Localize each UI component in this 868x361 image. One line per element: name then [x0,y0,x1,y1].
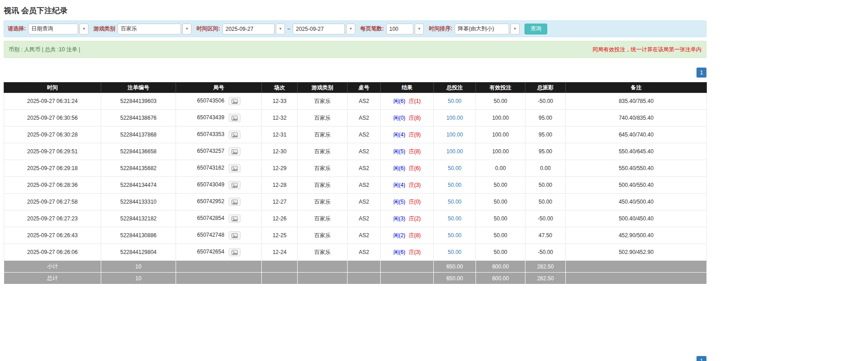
round-result-button[interactable] [229,164,240,172]
cell-note: 452.90/500.40 [566,227,707,244]
cell-game-type: 百家乐 [298,160,348,177]
sort-order-dropdown-button[interactable]: ▼ [510,24,520,34]
cell-total-bet: 50.00 [434,194,476,210]
total-bet-link[interactable]: 50.00 [448,182,461,188]
cell-payout: -50.00 [525,244,566,261]
query-type-input[interactable] [28,24,78,34]
cell-time: 2025-09-27 06:31:24 [4,93,101,110]
game-type-dropdown-button[interactable]: ▼ [182,24,191,34]
table-row: 2025-09-27 06:28:36 522844134474 6507430… [4,177,707,194]
table-row: 2025-09-27 06:27:23 522844132182 6507428… [4,210,707,227]
sort-order-combo: ▼ [455,24,520,34]
col-bet-id: 注单编号 [101,83,176,93]
cell-table: AS2 [348,110,381,127]
cell-game-type: 百家乐 [298,143,348,160]
page-1-button[interactable]: 1 [696,68,706,78]
cell-table: AS2 [348,227,381,244]
cell-time: 2025-09-27 06:29:51 [4,143,101,160]
cell-payout: 50.00 [525,194,566,210]
chevron-down-icon: ▼ [513,27,517,31]
cell-bet-id: 522844137868 [101,127,176,143]
round-result-button[interactable] [229,147,240,156]
cell-session: 12-33 [262,93,298,110]
date-to-input[interactable] [293,24,345,34]
total-bet-link[interactable]: 50.00 [448,165,461,171]
date-from-input[interactable] [222,24,275,34]
total-bet-link[interactable]: 100.00 [446,148,463,155]
round-result-button[interactable] [229,97,240,105]
round-result-button[interactable] [229,181,240,189]
total-bet-link[interactable]: 50.00 [448,98,461,104]
round-number: 650742952 [197,198,224,205]
total-bet-link[interactable]: 100.00 [446,132,463,138]
search-button[interactable]: 查询 [525,24,547,34]
sort-order-input[interactable] [455,24,509,34]
cell-game-type: 百家乐 [298,194,348,210]
date-to-dropdown-button[interactable]: ▼ [346,24,355,34]
game-type-input[interactable] [118,24,181,34]
cell-bet-id: 522844135682 [101,160,176,177]
table-body: 2025-09-27 06:31:24 522844139603 6507435… [4,93,707,261]
result-player: 闲(0) [393,115,406,121]
result-banker: 庄(6) [409,165,421,171]
cell-payout: 95.00 [525,127,566,143]
round-result-button[interactable] [229,131,240,139]
table-footer: 小计 10 650.00 600.00 282.50 总计 10 [4,261,707,284]
chevron-down-icon: ▼ [417,27,421,31]
page-size-label: 每页笔数: [360,25,384,33]
date-from-combo: ▼ [222,24,285,34]
cell-result: 闲(6) 庄(3) [381,244,434,261]
date-from-dropdown-button[interactable]: ▼ [276,24,285,34]
cell-table: AS2 [348,210,381,227]
total-bet-link[interactable]: 50.00 [448,199,461,205]
cell-total-bet: 50.00 [434,244,476,261]
empty-cell [298,273,348,284]
cell-time: 2025-09-27 06:28:36 [4,177,101,194]
cell-payout: -50.00 [525,210,566,227]
image-icon [231,132,238,137]
round-result-button[interactable] [229,114,240,122]
round-result-button[interactable] [229,215,240,223]
empty-cell [176,261,262,273]
col-game-type: 游戏类别 [298,83,348,93]
page-1-button[interactable]: 1 [696,356,706,361]
col-table: 桌号 [348,83,381,93]
cell-session: 12-24 [262,244,298,261]
valid-bet-note: 同局有效投注，统一计算在该局第一张注单内 [593,46,701,54]
bets-table: 时间 注单编号 局号 场次 游戏类别 桌号 结果 总投注 有效投注 总派彩 备注… [4,82,707,284]
cell-round: 650743506 [176,93,262,110]
cell-table: AS2 [348,244,381,261]
subtotal-total-bet: 650.00 [434,261,476,273]
col-round: 局号 [176,83,262,93]
cell-result: 闲(6) 庄(6) [381,160,434,177]
table-row: 2025-09-27 06:31:24 522844139603 6507435… [4,93,707,110]
empty-cell [348,273,381,284]
chevron-down-icon: ▼ [349,27,353,31]
round-number: 650742854 [197,215,224,221]
result-banker: 庄(2) [409,215,421,222]
total-bet-link[interactable]: 100.00 [446,115,463,121]
result-player: 闲(6) [393,249,406,255]
round-result-button[interactable] [229,198,240,206]
cell-bet-id: 522844133310 [101,194,176,210]
round-result-button[interactable] [229,231,240,239]
total-bet-link[interactable]: 50.00 [448,232,461,239]
table-row: 2025-09-27 06:27:58 522844133310 6507429… [4,194,707,210]
cell-payout: 50.00 [525,177,566,194]
cell-note: 835.40/785.40 [566,93,707,110]
page-size-dropdown-button[interactable]: ▼ [415,24,424,34]
subtotal-row: 小计 10 650.00 600.00 282.50 [4,261,707,273]
cell-bet-id: 522844130886 [101,227,176,244]
table-row: 2025-09-27 06:30:28 522844137868 6507433… [4,127,707,143]
cell-payout: 95.00 [525,143,566,160]
image-icon [231,99,238,104]
query-type-dropdown-button[interactable]: ▼ [79,24,88,34]
page-size-input[interactable] [386,24,413,34]
cell-total-bet: 50.00 [434,160,476,177]
total-bet-link[interactable]: 50.00 [448,215,461,222]
cell-note: 450.40/500.40 [566,194,707,210]
cell-table: AS2 [348,127,381,143]
round-result-button[interactable] [229,248,240,256]
total-bet-link[interactable]: 50.00 [448,249,461,255]
cell-round: 650743353 [176,127,262,143]
